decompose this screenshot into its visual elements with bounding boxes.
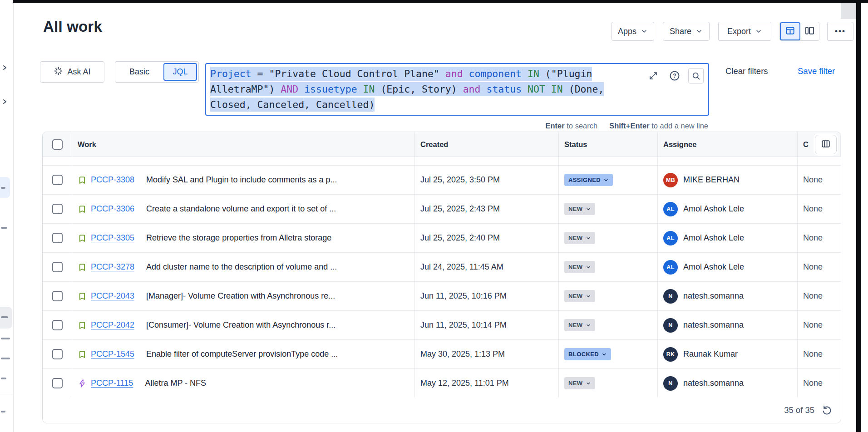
chevron-down-icon (586, 236, 591, 241)
select-all-checkbox[interactable] (52, 139, 63, 150)
issue-title[interactable]: [Manager]- Volume Creation with Asynchro… (146, 291, 335, 301)
chevron-down-icon (755, 28, 762, 35)
jql-token: status (486, 82, 522, 96)
sidebar-item-fragment (1, 187, 5, 189)
status-label: NEW (568, 206, 583, 212)
column-header-created[interactable]: Created (415, 132, 559, 157)
story-icon (78, 234, 87, 243)
expand-editor-icon[interactable] (646, 68, 661, 83)
sidebar-item-fragment (1, 227, 7, 229)
column-header-status[interactable]: Status (559, 132, 658, 157)
column-header-work[interactable]: Work (72, 132, 415, 157)
apps-button[interactable]: Apps (612, 22, 654, 41)
row-checkbox[interactable] (52, 349, 63, 359)
issue-title[interactable]: [Consumer]- Volume Creation with Asynchr… (146, 320, 335, 330)
syntax-help-icon[interactable]: ? (667, 68, 682, 83)
jql-editor-content[interactable]: Project = "Private Cloud Control Plane" … (210, 66, 654, 113)
issue-key-link[interactable]: PCCP-3305 (91, 233, 134, 243)
ask-ai-label: Ask AI (67, 67, 90, 77)
issue-title[interactable]: Enable filter of computeServer provision… (146, 349, 338, 359)
table-row: PCCP-2043[Manager]- Volume Creation with… (43, 282, 841, 311)
status-badge[interactable]: BLOCKED (564, 348, 611, 360)
row-checkbox[interactable] (52, 204, 63, 214)
detail-view-toggle[interactable] (800, 22, 819, 40)
sidebar-divider (0, 394, 13, 394)
search-button[interactable] (688, 68, 704, 83)
issue-key-link[interactable]: PCCP-2042 (91, 320, 134, 330)
row-checkbox[interactable] (52, 262, 63, 272)
assignee-name: Amol Ashok Lele (683, 262, 744, 272)
mode-jql-selected[interactable]: JQL (163, 63, 197, 81)
status-badge[interactable]: NEW (564, 261, 595, 273)
issue-key-link[interactable]: PCCP-1115 (91, 378, 133, 388)
issue-title[interactable]: Modify SAL and Plugin to include comment… (146, 175, 337, 185)
row-select-cell (43, 253, 72, 281)
category-cell: None (798, 224, 841, 252)
created-cell: May 12, 2025, 11:01 PM (415, 369, 559, 398)
jql-token: NOT IN (528, 82, 563, 96)
avatar: AL (663, 202, 678, 216)
configure-columns-button[interactable] (815, 135, 837, 154)
table-body: PCCP-3308Modify SAL and Plugin to includ… (43, 166, 841, 398)
status-label: NEW (568, 293, 583, 299)
export-button[interactable]: Export (718, 22, 771, 41)
side-panel-icon (804, 25, 815, 38)
row-checkbox[interactable] (52, 291, 63, 301)
save-filter-button[interactable]: Save filter (798, 66, 835, 76)
page-title: All work (43, 18, 102, 35)
chevron-right-icon[interactable] (2, 99, 7, 104)
row-checkbox[interactable] (52, 175, 63, 185)
jql-token: (Done, (563, 82, 604, 96)
jql-editor[interactable]: Project = "Private Cloud Control Plane" … (205, 63, 709, 116)
status-badge[interactable]: NEW (564, 319, 595, 331)
work-cell: PCCP-1115Alletra MP - NFS (72, 369, 415, 398)
jql-token (298, 82, 304, 96)
row-checkbox[interactable] (52, 378, 63, 388)
issue-key-link[interactable]: PCCP-1545 (91, 349, 134, 359)
status-badge[interactable]: NEW (564, 203, 595, 215)
share-button[interactable]: Share (663, 22, 710, 41)
issue-key-link[interactable]: PCCP-2043 (91, 291, 134, 301)
partially-scrolled-row (43, 157, 841, 166)
issue-title[interactable]: Add cluster name to the description of v… (146, 262, 337, 272)
status-cell: NEW (559, 282, 658, 310)
status-badge[interactable]: ASSIGNED (564, 174, 613, 186)
table-row: PCCP-1545Enable filter of computeServer … (43, 340, 841, 369)
table-view-icon (785, 25, 795, 38)
issue-title[interactable]: Retrieve the storage properties from All… (146, 233, 331, 243)
hint-shift-enter: Shift+Enter to add a new line (609, 122, 708, 130)
work-cell: PCCP-3306Create a standalone volume and … (72, 195, 415, 223)
assignee-cell: ALAmol Ashok Lele (658, 253, 798, 281)
assignee-name: Amol Ashok Lele (683, 204, 744, 214)
mode-basic[interactable]: Basic (115, 67, 163, 77)
scrollbar-thumb[interactable] (841, 3, 856, 19)
issue-title[interactable]: Create a standalone volume and export it… (146, 204, 336, 214)
status-badge[interactable]: NEW (564, 377, 595, 389)
chevron-down-icon (586, 381, 591, 386)
clear-filters-button[interactable]: Clear filters (725, 66, 768, 76)
table-row: PCCP-3308Modify SAL and Plugin to includ… (43, 166, 841, 195)
avatar: AL (663, 231, 678, 245)
jql-token: issuetype (304, 82, 357, 96)
chevron-down-icon (641, 28, 648, 35)
chevron-right-icon[interactable] (2, 65, 7, 70)
assignee-cell: Nnatesh.somanna (658, 369, 798, 398)
status-badge[interactable]: NEW (564, 232, 595, 244)
issue-title[interactable]: Alletra MP - NFS (145, 378, 206, 388)
list-view-toggle[interactable] (780, 22, 800, 40)
select-all-cell (43, 132, 72, 157)
ask-ai-button[interactable]: Ask AI (40, 61, 104, 83)
created-cell: May 30, 2025, 1:13 PM (415, 340, 559, 368)
jql-token: and (445, 67, 463, 81)
issue-key-link[interactable]: PCCP-3306 (91, 204, 134, 214)
issue-key-link[interactable]: PCCP-3278 (91, 262, 134, 272)
assignee-cell: Nnatesh.somanna (658, 282, 798, 310)
issue-key-link[interactable]: PCCP-3308 (91, 175, 134, 185)
row-checkbox[interactable] (52, 320, 63, 330)
column-header-assignee[interactable]: Assignee (658, 132, 798, 157)
status-badge[interactable]: NEW (564, 290, 595, 302)
more-actions-button[interactable]: ••• (827, 22, 853, 41)
row-checkbox[interactable] (52, 233, 63, 243)
refresh-icon[interactable] (821, 404, 833, 416)
status-cell: NEW (559, 224, 658, 252)
